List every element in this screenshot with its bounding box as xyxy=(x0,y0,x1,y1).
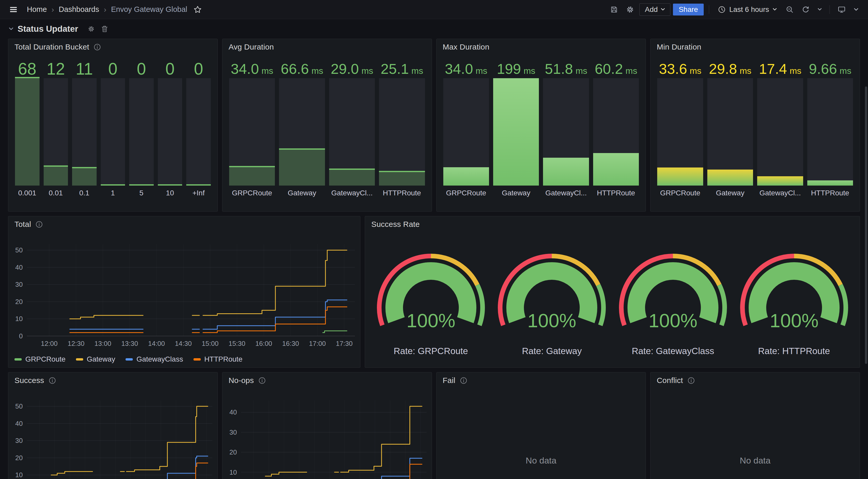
bar-gauge-group: 34.0msGRPCRoute66.6msGateway29.0msGatewa… xyxy=(229,61,425,198)
x-axis-tick-label: 17:30 xyxy=(336,340,352,347)
save-dashboard-icon[interactable] xyxy=(607,3,621,16)
breadcrumb: Home › Dashboards › Envoy Gateway Global xyxy=(27,4,203,15)
bar-gauge-value: 60.2ms xyxy=(593,61,639,77)
no-data-message: No data xyxy=(650,455,860,466)
gauge: 100%Rate: Gateway xyxy=(491,234,613,362)
gauge-label: Rate: GRPCRoute xyxy=(394,346,468,356)
bar-gauge-track xyxy=(72,78,97,185)
zoom-out-icon[interactable] xyxy=(783,3,797,16)
total-chart[interactable]: 12:0012:3013:0013:3014:0014:3015:0015:30… xyxy=(11,232,357,348)
x-axis-tick-label: 12:00 xyxy=(41,340,58,347)
breadcrumb-home[interactable]: Home xyxy=(27,5,47,14)
series-line-Gateway xyxy=(70,315,143,319)
bar-gauge-unit: ms xyxy=(312,63,323,79)
dashboard-settings-gear-icon[interactable] xyxy=(623,3,637,16)
panel-header[interactable]: Total xyxy=(14,220,43,229)
breadcrumb-separator: › xyxy=(104,5,106,14)
bar-gauge-value: 199ms xyxy=(493,61,539,77)
bar-gauge-column: 34.0msGRPCRoute xyxy=(443,61,489,198)
add-button[interactable]: Add xyxy=(640,3,671,16)
bar-gauge-label: 0.1 xyxy=(72,188,97,198)
bar-gauge-fill xyxy=(757,176,803,185)
dashboard-row-header: Status Updater xyxy=(0,20,868,38)
panel-header[interactable]: Max Duration xyxy=(443,43,490,52)
y-axis-tick-label: 30 xyxy=(229,429,237,436)
legend-label: GRPCRoute xyxy=(25,355,66,364)
bar-gauge-unit: ms xyxy=(840,63,851,79)
panel-title: Conflict xyxy=(657,376,683,385)
bar-gauge-label: HTTPRoute xyxy=(807,188,853,198)
legend-label: GatewayClass xyxy=(136,355,183,364)
favorite-star-icon[interactable] xyxy=(192,4,203,15)
panel-conflict: Conflict No data xyxy=(650,372,860,479)
refresh-icon[interactable] xyxy=(799,3,812,16)
row-title: Status Updater xyxy=(18,24,78,34)
panel-title: Success Rate xyxy=(371,220,420,229)
page-scrollbar-thumb[interactable] xyxy=(865,87,867,364)
bar-gauge-label: GatewayCl... xyxy=(757,188,803,198)
noops-chart[interactable]: 12:0012:3013:0013:3014:0014:3015:0015:30… xyxy=(225,388,429,479)
gauge-value: 100% xyxy=(528,310,576,331)
legend-item-GatewayClass[interactable]: GatewayClass xyxy=(126,355,183,364)
panel-title: Min Duration xyxy=(657,43,701,52)
y-axis-tick-label: 10 xyxy=(15,471,23,479)
bar-gauge-column: 51.8msGatewayCl... xyxy=(543,61,589,198)
info-icon[interactable] xyxy=(94,44,101,50)
panel-header[interactable]: Avg Duration xyxy=(228,43,274,52)
panel-header[interactable]: Total Duration Bucket xyxy=(14,43,101,52)
bar-gauge-column: 9.66msHTTPRoute xyxy=(807,61,853,198)
timeseries-svg: 12:0012:3013:0013:3014:0014:3015:0015:30… xyxy=(11,232,357,348)
panel-header[interactable]: Min Duration xyxy=(657,43,701,52)
panel-header[interactable]: No-ops xyxy=(228,376,266,385)
panel-total: Total 12:0012:3013:0013:3014:0014:3015:0… xyxy=(8,216,361,368)
info-icon[interactable] xyxy=(36,221,43,228)
bar-gauge-value: 34.0ms xyxy=(443,61,489,77)
x-axis-tick-label: 16:00 xyxy=(255,340,272,347)
bar-gauge-label: 5 xyxy=(129,188,154,198)
row-delete-trash-icon[interactable] xyxy=(99,23,110,35)
bar-gauge-unit: ms xyxy=(411,63,423,79)
bar-gauge-track xyxy=(757,78,803,185)
info-icon[interactable] xyxy=(460,377,467,384)
panel-header[interactable]: Success xyxy=(14,376,56,385)
bar-gauge-label: Gateway xyxy=(707,188,753,198)
panel-title: Success xyxy=(14,376,44,385)
panel-header[interactable]: Success Rate xyxy=(371,220,420,229)
legend-item-GRPCRoute[interactable]: GRPCRoute xyxy=(14,355,66,364)
panel-title: No-ops xyxy=(228,376,254,385)
refresh-interval-chevron-icon[interactable] xyxy=(815,3,824,16)
breadcrumb-dashboards[interactable]: Dashboards xyxy=(59,5,99,14)
hamburger-menu-icon[interactable] xyxy=(7,3,20,16)
info-icon[interactable] xyxy=(688,377,695,384)
add-button-label: Add xyxy=(645,5,658,14)
bar-gauge-value: 9.66ms xyxy=(807,61,853,77)
bar-gauge-column: 0+Inf xyxy=(186,61,211,198)
kiosk-monitor-icon[interactable] xyxy=(835,3,848,16)
bar-gauge-label: Gateway xyxy=(493,188,539,198)
success-chart[interactable]: 12:0012:3013:0013:3014:0014:3015:0015:30… xyxy=(11,388,214,479)
info-icon[interactable] xyxy=(49,377,56,384)
bar-gauge-label: 0.001 xyxy=(15,188,39,198)
info-icon[interactable] xyxy=(258,377,266,384)
legend-item-HTTPRoute[interactable]: HTTPRoute xyxy=(193,355,243,364)
share-button-label: Share xyxy=(679,5,698,14)
row-settings-gear-icon[interactable] xyxy=(86,23,97,35)
y-axis-tick-label: 30 xyxy=(15,280,23,288)
row-collapse-toggle[interactable]: Status Updater xyxy=(9,24,78,34)
bar-gauge-value: 0 xyxy=(101,61,125,77)
bar-gauge-track xyxy=(379,78,425,185)
bar-gauge-track xyxy=(229,78,275,185)
panel-header[interactable]: Fail xyxy=(443,376,467,385)
gauge: 100%Rate: HTTPRoute xyxy=(734,234,855,362)
panel-header[interactable]: Conflict xyxy=(657,376,695,385)
time-range-picker[interactable]: Last 6 hours xyxy=(714,4,780,15)
bar-gauge-fill xyxy=(443,167,489,185)
legend-item-Gateway[interactable]: Gateway xyxy=(76,355,116,364)
bar-gauge-fill xyxy=(72,167,97,185)
share-button[interactable]: Share xyxy=(673,4,704,15)
breadcrumb-separator: › xyxy=(52,5,54,14)
chevron-down-icon xyxy=(661,8,665,11)
toolbar-more-chevron-icon[interactable] xyxy=(851,3,861,16)
bar-gauge-column: 17.4msGatewayCl... xyxy=(757,61,803,198)
x-axis-tick-label: 14:00 xyxy=(148,340,165,347)
